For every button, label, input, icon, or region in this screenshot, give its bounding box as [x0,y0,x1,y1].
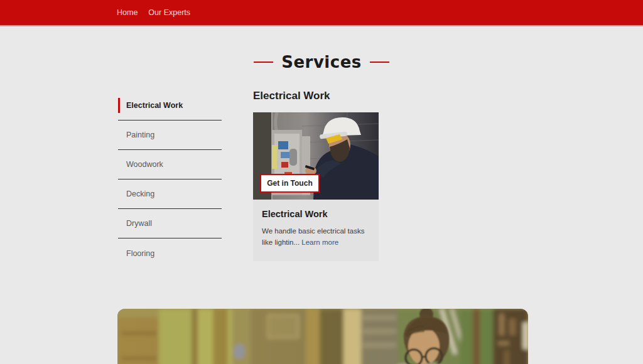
sidebar-item-electrical-work[interactable]: Electrical Work [118,91,222,120]
top-nav-bar: Home Our Experts [0,0,643,26]
services-sidebar: Electrical Work Painting Woodwork Deckin… [118,91,222,268]
section-title-row: Services [0,53,643,72]
sidebar-item-flooring[interactable]: Flooring [118,238,222,268]
nav-item-home[interactable]: Home [117,0,138,26]
service-detail-heading: Electrical Work [253,90,330,102]
nav-item-our-experts[interactable]: Our Experts [148,0,190,26]
title-dash-left [254,62,273,63]
electrician-photo: Get in Touch [253,112,379,200]
service-card-title: Electrical Work [262,209,370,219]
sidebar-item-drywall[interactable]: Drywall [118,209,222,238]
service-card: Get in Touch Electrical Work We handle b… [253,112,379,261]
page: Home Our Experts Services Electrical Wor… [0,0,643,364]
learn-more-link[interactable]: Learn more [301,238,338,246]
sidebar-item-decking[interactable]: Decking [118,179,222,209]
title-dash-right [370,62,389,63]
workshop-photo [117,309,528,364]
sidebar-item-woodwork[interactable]: Woodwork [118,150,222,179]
get-in-touch-button[interactable]: Get in Touch [260,174,320,193]
sidebar-item-painting[interactable]: Painting [118,120,222,150]
service-card-body: Electrical Work We handle basic electric… [253,200,379,261]
page-title: Services [281,53,362,72]
service-card-description: We handle basic electrical tasks like li… [262,225,370,248]
